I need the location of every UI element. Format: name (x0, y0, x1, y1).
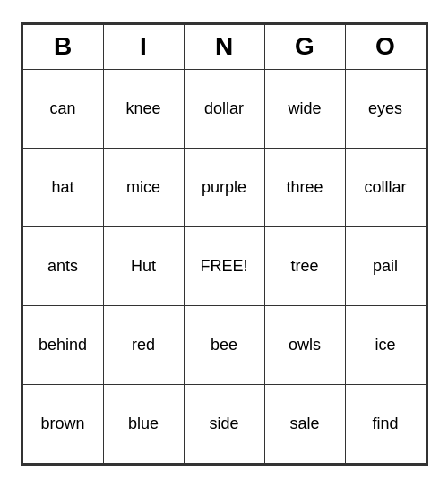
bingo-table: B I N G O cankneedollarwideeyeshatmicepu… (22, 24, 426, 464)
table-cell: colllar (345, 148, 426, 226)
header-o: O (345, 24, 426, 69)
table-row: brownbluesidesalefind (22, 384, 426, 463)
table-cell: bee (184, 305, 264, 384)
table-cell: owls (264, 305, 345, 384)
table-cell: red (103, 305, 184, 384)
table-cell: ice (345, 305, 426, 384)
table-cell: brown (22, 384, 103, 463)
table-cell: mice (103, 148, 184, 226)
table-row: cankneedollarwideeyes (22, 69, 426, 148)
bingo-body: cankneedollarwideeyeshatmicepurplethreec… (22, 69, 426, 463)
table-cell: knee (103, 69, 184, 148)
table-cell: hat (22, 148, 103, 226)
table-cell: behind (22, 305, 103, 384)
table-cell: eyes (345, 69, 426, 148)
table-cell: blue (103, 384, 184, 463)
header-b: B (22, 24, 103, 69)
bingo-card: B I N G O cankneedollarwideeyeshatmicepu… (21, 22, 428, 466)
table-cell: side (184, 384, 264, 463)
table-cell: three (264, 148, 345, 226)
header-i: I (103, 24, 184, 69)
table-cell: FREE! (184, 226, 264, 305)
header-g: G (264, 24, 345, 69)
table-row: behindredbeeowlsice (22, 305, 426, 384)
table-cell: find (345, 384, 426, 463)
header-row: B I N G O (22, 24, 426, 69)
table-row: antsHutFREE!treepail (22, 226, 426, 305)
table-cell: ants (22, 226, 103, 305)
table-cell: Hut (103, 226, 184, 305)
table-cell: pail (345, 226, 426, 305)
table-row: hatmicepurplethreecolllar (22, 148, 426, 226)
table-cell: purple (184, 148, 264, 226)
table-cell: tree (264, 226, 345, 305)
table-cell: wide (264, 69, 345, 148)
table-cell: sale (264, 384, 345, 463)
table-cell: dollar (184, 69, 264, 148)
header-n: N (184, 24, 264, 69)
table-cell: can (22, 69, 103, 148)
